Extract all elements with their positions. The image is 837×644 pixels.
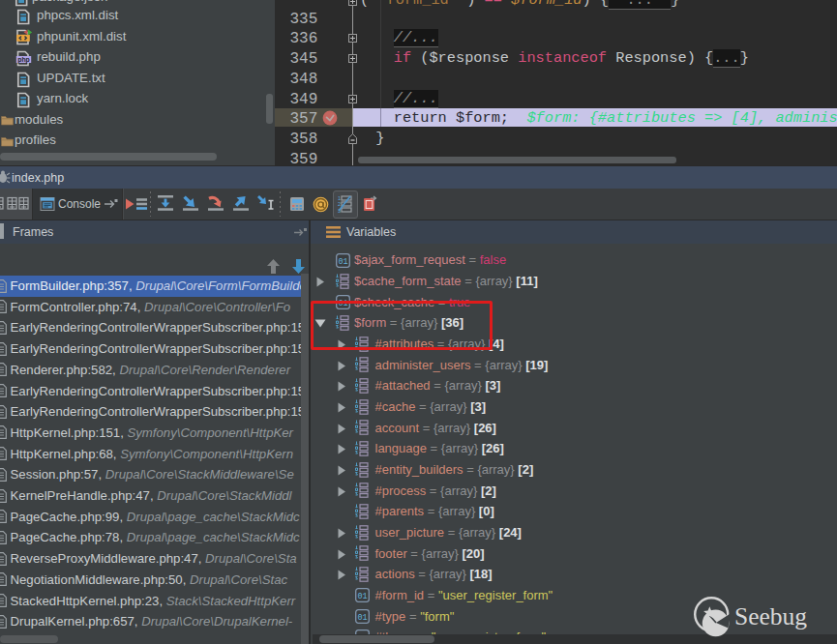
svg-text:php: php xyxy=(17,55,29,63)
svg-text:2: 2 xyxy=(338,201,341,207)
svg-text:01: 01 xyxy=(357,592,367,601)
svg-text:1: 1 xyxy=(338,195,341,201)
svg-text:01: 01 xyxy=(338,256,347,266)
svg-text:01: 01 xyxy=(357,612,367,622)
svg-text:Seebug: Seebug xyxy=(734,602,807,630)
